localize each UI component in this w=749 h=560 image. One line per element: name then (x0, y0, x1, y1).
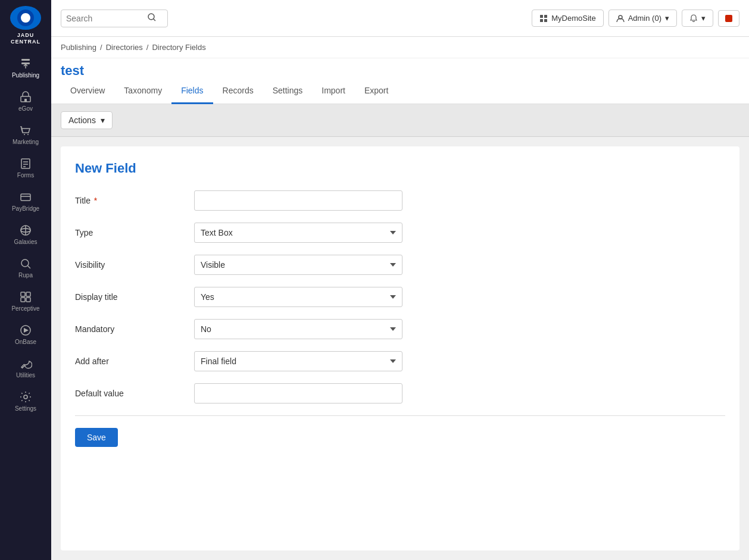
field-label-title: Title * (75, 196, 194, 205)
sidebar-item-publishing[interactable]: Publishing (0, 51, 51, 85)
site-selector-button[interactable]: MyDemoSite (532, 10, 603, 27)
svg-line-17 (28, 266, 31, 269)
sidebar-item-utilities-label: Utilities (16, 372, 35, 378)
logo-text: JADUCENTRAL (11, 32, 40, 45)
field-select-type[interactable]: Text Box Text Area Number Date Checkbox … (194, 223, 402, 243)
sidebar-item-settings[interactable]: Settings (0, 384, 51, 418)
form-divider (75, 415, 725, 416)
site-name: MyDemoSite (551, 14, 595, 23)
tab-settings[interactable]: Settings (263, 79, 313, 104)
actions-chevron-icon: ▾ (101, 115, 105, 125)
svg-line-26 (154, 18, 156, 21)
admin-button[interactable]: Admin (0) ▾ (608, 10, 677, 27)
breadcrumb-sep1: / (100, 43, 102, 52)
sidebar-item-galaxies-label: Galaxies (14, 239, 38, 245)
sidebar-item-settings-label: Settings (15, 405, 36, 412)
field-select-display-title[interactable]: Yes No (194, 287, 402, 307)
save-button[interactable]: Save (75, 428, 118, 447)
field-select-visibility[interactable]: Visible Hidden (194, 255, 402, 275)
svg-rect-32 (725, 15, 732, 22)
onbase-icon (19, 324, 32, 337)
field-input-title[interactable] (194, 190, 402, 211)
field-label-default-value: Default value (75, 389, 194, 398)
grid-icon (539, 14, 548, 23)
field-label-type: Type (75, 228, 194, 237)
breadcrumb-directories[interactable]: Directories (106, 43, 143, 52)
svg-marker-23 (24, 328, 29, 333)
form-row-mandatory: Mandatory No Yes (75, 319, 725, 339)
field-select-mandatory[interactable]: No Yes (194, 319, 402, 339)
sidebar-item-egov-label: eGov (18, 105, 33, 112)
sidebar-item-forms-label: Forms (17, 172, 34, 179)
form-row-display-title: Display title Yes No (75, 287, 725, 307)
field-label-visibility: Visibility (75, 260, 194, 270)
sidebar-item-rupa[interactable]: Rupa (0, 251, 51, 284)
sidebar-item-paybridge-label: PayBridge (12, 205, 39, 212)
search-button[interactable] (147, 12, 157, 24)
svg-rect-0 (21, 59, 30, 61)
field-select-add-after[interactable]: Final field (194, 351, 402, 371)
rupa-icon (19, 257, 32, 270)
page-area: Publishing / Directories / Directory Fie… (51, 37, 749, 560)
sidebar-item-egov[interactable]: eGov (0, 85, 51, 118)
svg-rect-20 (21, 298, 25, 302)
sidebar-item-galaxies[interactable]: Galaxies (0, 218, 51, 251)
svg-rect-30 (544, 19, 547, 22)
actions-dropdown-button[interactable]: Actions ▾ (61, 111, 113, 129)
bell-icon (689, 14, 698, 23)
svg-point-16 (21, 259, 29, 267)
forms-icon (19, 157, 32, 170)
svg-rect-18 (21, 292, 25, 296)
form-row-visibility: Visibility Visible Hidden (75, 255, 725, 275)
tabs-bar: Overview Taxonomy Fields Records Setting… (51, 79, 749, 104)
logo-circle (10, 6, 41, 30)
tab-overview[interactable]: Overview (61, 79, 114, 104)
search-container (61, 10, 168, 27)
sidebar-item-perceptive[interactable]: Perceptive (0, 284, 51, 318)
tab-import[interactable]: Import (312, 79, 355, 104)
search-input[interactable] (66, 14, 143, 23)
settings-icon (19, 390, 32, 403)
perceptive-icon (19, 290, 32, 304)
svg-rect-29 (540, 19, 543, 22)
svg-rect-11 (21, 194, 30, 201)
sidebar-item-rupa-label: Rupa (18, 272, 33, 279)
alert-button[interactable] (718, 10, 739, 27)
breadcrumb-publishing[interactable]: Publishing (61, 43, 96, 52)
search-icon (147, 12, 157, 22)
logo-inner (17, 10, 34, 26)
logo: JADUCENTRAL (0, 0, 51, 51)
tab-fields[interactable]: Fields (171, 79, 213, 104)
paybridge-icon (19, 190, 32, 204)
svg-point-6 (27, 134, 29, 135)
tab-records[interactable]: Records (213, 79, 263, 104)
field-input-default-value[interactable] (194, 383, 402, 403)
notifications-button[interactable]: ▾ (682, 10, 713, 27)
breadcrumb: Publishing / Directories / Directory Fie… (51, 37, 749, 58)
breadcrumb-current: Directory Fields (152, 43, 205, 52)
form-row-type: Type Text Box Text Area Number Date Chec… (75, 223, 725, 243)
sidebar-item-forms[interactable]: Forms (0, 151, 51, 184)
utilities-icon (19, 357, 32, 370)
alert-icon (725, 14, 733, 23)
main-content: MyDemoSite Admin (0) ▾ ▾ Publishing / Di… (51, 0, 749, 560)
actions-label: Actions (68, 115, 96, 125)
form-panel: New Field Title * Type Text Box Text Are… (61, 146, 739, 550)
admin-label: Admin (0) (628, 14, 661, 23)
sidebar-item-onbase[interactable]: OnBase (0, 318, 51, 351)
publishing-icon (19, 57, 32, 70)
field-label-add-after: Add after (75, 356, 194, 366)
tab-export[interactable]: Export (355, 79, 398, 104)
admin-chevron-icon: ▾ (665, 14, 669, 23)
field-label-display-title: Display title (75, 292, 194, 302)
topbar-chevron-icon: ▾ (701, 14, 706, 23)
sidebar-item-paybridge[interactable]: PayBridge (0, 184, 51, 218)
form-row-add-after: Add after Final field (75, 351, 725, 371)
sidebar-item-utilities[interactable]: Utilities (0, 351, 51, 384)
sidebar-item-perceptive-label: Perceptive (11, 305, 39, 312)
actions-bar: Actions ▾ (51, 104, 749, 137)
page-title: test (61, 63, 739, 79)
tab-taxonomy[interactable]: Taxonomy (114, 79, 171, 104)
sidebar-item-publishing-label: Publishing (12, 72, 39, 79)
sidebar-item-marketing[interactable]: Marketing (0, 118, 51, 151)
